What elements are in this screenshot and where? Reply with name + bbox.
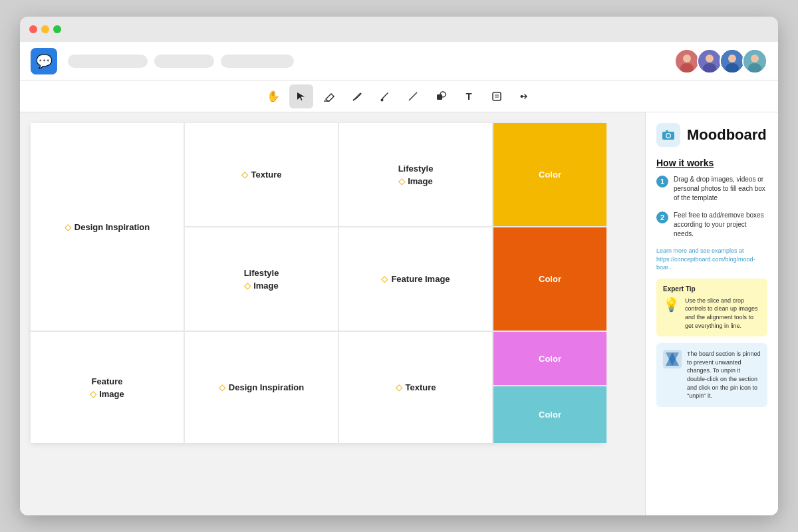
brush-tool-button[interactable] <box>373 84 397 108</box>
eraser-tool-button[interactable] <box>317 84 341 108</box>
svg-rect-23 <box>666 130 668 132</box>
grid-cell-1[interactable]: ◇Texture <box>185 123 338 226</box>
diamond-icon-cell-1: ◇ <box>241 170 248 180</box>
logo-icon: 💬 <box>36 53 53 69</box>
cell-text-0: Design Inspiration <box>74 222 150 232</box>
cell-text-10: Color <box>539 354 561 364</box>
grid-cell-5[interactable]: ◇Feature Image <box>339 227 492 331</box>
shape-tool-button[interactable] <box>429 84 453 108</box>
grid-cell-7[interactable]: Feature◇Image <box>31 332 184 443</box>
hand-tool-button[interactable]: ✋ <box>261 84 285 108</box>
right-panel: Moodboard How it works 1 Drag & drop ima… <box>645 112 778 515</box>
toolbar: ✋ <box>20 80 778 112</box>
diamond-icon-cell-7: ◇ <box>90 389 96 399</box>
cell-text-6: Color <box>539 274 561 284</box>
grid-cell-3[interactable]: Color <box>493 123 606 226</box>
step-number-1: 1 <box>656 176 668 188</box>
expert-tip-header: Expert Tip <box>663 285 761 293</box>
main-area: ◇Design Inspiration◇TextureLifestyle◇Ima… <box>20 112 778 515</box>
select-tool-button[interactable] <box>289 84 313 108</box>
avatar-1[interactable] <box>674 49 700 74</box>
moodboard-grid: ◇Design Inspiration◇TextureLifestyle◇Ima… <box>31 123 604 443</box>
svg-line-13 <box>409 92 417 100</box>
grid-cell-2[interactable]: Lifestyle◇Image <box>339 123 492 226</box>
how-it-works-title: How it works <box>656 158 767 168</box>
minimize-button[interactable] <box>41 25 49 33</box>
cell-text-3: Color <box>539 170 561 180</box>
step-number-2: 2 <box>656 211 668 223</box>
grid-cell-0[interactable]: ◇Design Inspiration <box>31 123 184 331</box>
svg-point-7 <box>728 55 736 63</box>
traffic-lights <box>29 25 61 33</box>
grid-cell-11[interactable]: Color <box>493 386 606 443</box>
diamond-icon-cell-0: ◇ <box>65 222 71 232</box>
panel-header: Moodboard <box>656 123 767 147</box>
nav-pill-1[interactable] <box>68 55 148 68</box>
diamond-icon-cell-8: ◇ <box>219 382 225 392</box>
svg-point-1 <box>683 55 691 63</box>
nav-pill-3[interactable] <box>221 55 294 68</box>
app-logo[interactable]: 💬 <box>31 48 57 74</box>
close-button[interactable] <box>29 25 37 33</box>
svg-point-22 <box>667 134 670 138</box>
cell-text-9: Texture <box>406 382 436 392</box>
arrow-tool-button[interactable] <box>513 84 537 108</box>
nav-pills <box>68 55 677 68</box>
svg-point-12 <box>381 98 384 101</box>
diamond-icon-cell-5: ◇ <box>381 274 388 284</box>
pen-tool-button[interactable] <box>345 84 369 108</box>
step-1: 1 Drag & drop images, videos or personal… <box>656 175 767 203</box>
expert-tip-text: Use the slice and crop controls to clean… <box>685 297 761 330</box>
canvas-area[interactable]: ◇Design Inspiration◇TextureLifestyle◇Ima… <box>20 112 645 515</box>
avatars-group <box>677 49 767 74</box>
maximize-button[interactable] <box>53 25 61 33</box>
cell-text-11: Color <box>539 410 561 420</box>
cell-text-1: Texture <box>251 170 282 180</box>
svg-rect-16 <box>493 92 501 100</box>
grid-cell-4[interactable]: Lifestyle◇Image <box>185 227 338 331</box>
svg-rect-19 <box>521 95 523 98</box>
pin-info-text: The board section is pinned to prevent u… <box>687 350 761 400</box>
pin-info-box: The board section is pinned to prevent u… <box>656 343 767 407</box>
step-2: 2 Feel free to add/remove boxes accordin… <box>656 211 767 239</box>
line-tool-button[interactable] <box>401 84 425 108</box>
diamond-icon-cell-9: ◇ <box>396 382 402 392</box>
cell-text-8: Design Inspiration <box>229 382 304 392</box>
svg-point-10 <box>751 55 759 63</box>
learn-more-link[interactable]: Learn more and see examples at https://c… <box>656 247 767 272</box>
diamond-icon-cell-2: ◇ <box>398 176 405 186</box>
avatar-2[interactable] <box>697 49 722 74</box>
step-text-2: Feel free to add/remove boxes according … <box>674 211 767 239</box>
svg-point-4 <box>706 55 714 63</box>
title-bar <box>20 17 778 42</box>
step-text-1: Drag & drop images, videos or personal p… <box>674 175 767 203</box>
app-window: 💬 <box>20 17 778 515</box>
camera-icon-wrap <box>656 123 680 147</box>
grid-cell-8[interactable]: ◇Design Inspiration <box>185 332 338 443</box>
nav-pill-2[interactable] <box>154 55 214 68</box>
app-bar: 💬 <box>20 42 778 80</box>
avatar-3[interactable] <box>720 49 745 74</box>
tip-content: 💡 Use the slice and crop controls to cle… <box>663 297 761 330</box>
sticky-tool-button[interactable] <box>485 84 509 108</box>
text-tool-button[interactable]: T <box>457 84 481 108</box>
bulb-icon: 💡 <box>663 297 680 313</box>
expert-tip-box: Expert Tip 💡 Use the slice and crop cont… <box>656 279 767 336</box>
grid-cell-10[interactable]: Color <box>493 332 606 385</box>
grid-cell-9[interactable]: ◇Texture <box>339 332 492 443</box>
diamond-icon-cell-4: ◇ <box>244 281 251 291</box>
cell-text-5: Feature Image <box>391 274 450 284</box>
pin-icon <box>663 350 682 368</box>
avatar-4[interactable] <box>742 49 767 74</box>
grid-cell-6[interactable]: Color <box>493 227 606 331</box>
panel-title: Moodboard <box>687 126 767 144</box>
